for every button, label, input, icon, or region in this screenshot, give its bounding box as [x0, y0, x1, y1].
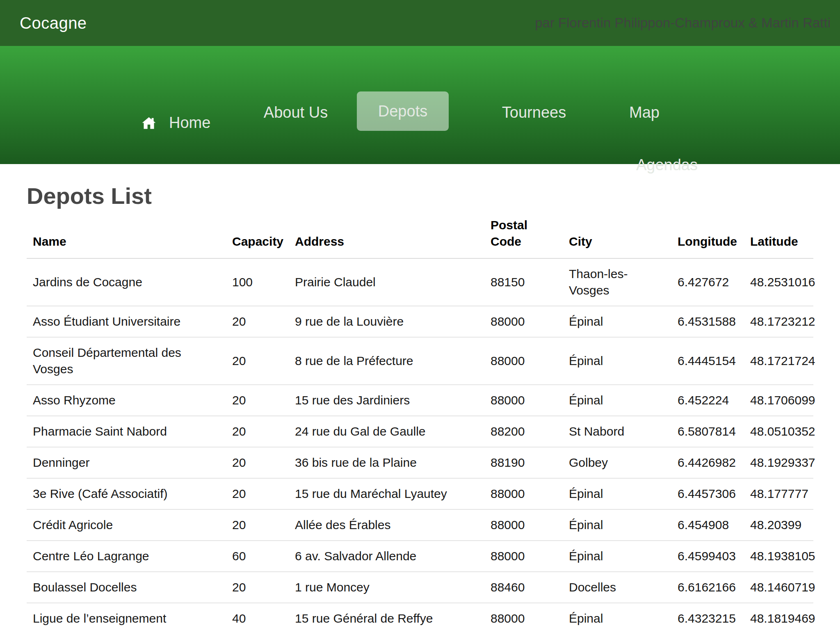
cell-longitude: 6.4445154 [671, 337, 744, 385]
cell-name: Ligue de l’enseignement [27, 603, 226, 630]
cell-latitude: 48.1819469 [744, 603, 813, 630]
cell-city: Épinal [563, 541, 671, 572]
cell-postal: 88000 [484, 337, 563, 385]
cell-capacity: 20 [226, 572, 289, 603]
cell-longitude: 6.4531588 [671, 306, 744, 337]
cell-longitude: 6.4457306 [671, 478, 744, 509]
cell-capacity: 20 [226, 337, 289, 385]
cell-city: Épinal [563, 306, 671, 337]
cell-city: Thaon-les-Vosges [563, 258, 671, 306]
nav-item-home[interactable]: Home [141, 114, 210, 132]
cell-longitude: 6.6162166 [671, 572, 744, 603]
cell-latitude: 48.20399 [744, 509, 813, 541]
cell-latitude: 48.1723212 [744, 306, 813, 337]
cell-city: Épinal [563, 603, 671, 630]
nav-item-home-label: Home [169, 114, 210, 132]
column-header-postal: Postal Code [484, 210, 563, 258]
cell-latitude: 48.1706099 [744, 385, 813, 416]
cell-address: 15 rue des Jardiniers [289, 385, 484, 416]
cell-city: Épinal [563, 478, 671, 509]
cell-name: Centre Léo Lagrange [27, 541, 226, 572]
brand: Cocagne [20, 14, 87, 32]
cell-address: 36 bis rue de la Plaine [289, 447, 484, 478]
cell-latitude: 48.1460719 [744, 572, 813, 603]
cell-postal: 88000 [484, 385, 563, 416]
page-title: Depots List [27, 182, 813, 210]
cell-longitude: 6.4426982 [671, 447, 744, 478]
cell-city: St Nabord [563, 416, 671, 447]
home-icon [141, 114, 157, 132]
cell-name: Jardins de Cocagne [27, 258, 226, 306]
cell-city: Docelles [563, 572, 671, 603]
cell-capacity: 20 [226, 416, 289, 447]
nav-item-map[interactable]: Map [629, 104, 660, 121]
cell-longitude: 6.454908 [671, 509, 744, 541]
cell-city: Golbey [563, 447, 671, 478]
cell-postal: 88000 [484, 541, 563, 572]
table-row: Pharmacie Saint Nabord2024 rue du Gal de… [27, 416, 813, 447]
cell-postal: 88200 [484, 416, 563, 447]
cell-latitude: 48.1721724 [744, 337, 813, 385]
cell-capacity: 100 [226, 258, 289, 306]
table-row: Jardins de Cocagne100Prairie Claudel8815… [27, 258, 813, 306]
cell-name: Crédit Agricole [27, 509, 226, 541]
column-header-city: City [563, 210, 671, 258]
nav-item-depots[interactable]: Depots [357, 91, 449, 131]
table-row: Centre Léo Lagrange606 av. Salvador Alle… [27, 541, 813, 572]
cell-address: 1 rue Moncey [289, 572, 484, 603]
cell-longitude: 6.4323215 [671, 603, 744, 630]
cell-name: Pharmacie Saint Nabord [27, 416, 226, 447]
cell-name: Denninger [27, 447, 226, 478]
depots-table: NameCapacityAddressPostal CodeCityLongit… [27, 210, 813, 630]
cell-address: Allée des Érables [289, 509, 484, 541]
cell-name: Boulassel Docelles [27, 572, 226, 603]
cell-name: Asso Rhyzome [27, 385, 226, 416]
cell-city: Épinal [563, 385, 671, 416]
cell-postal: 88190 [484, 447, 563, 478]
cell-latitude: 48.2531016 [744, 258, 813, 306]
main-nav: Home About Us Depots Tournees Map Agenda… [0, 46, 840, 164]
cell-postal: 88000 [484, 509, 563, 541]
cell-postal: 88460 [484, 572, 563, 603]
cell-city: Épinal [563, 509, 671, 541]
cell-postal: 88000 [484, 603, 563, 630]
cell-address: 9 rue de la Louvière [289, 306, 484, 337]
cell-latitude: 48.1929337 [744, 447, 813, 478]
cell-address: Prairie Claudel [289, 258, 484, 306]
nav-item-about-us[interactable]: About Us [264, 104, 328, 121]
nav-item-tournees[interactable]: Tournees [502, 104, 566, 121]
cell-latitude: 48.0510352 [744, 416, 813, 447]
cell-capacity: 20 [226, 447, 289, 478]
cell-capacity: 20 [226, 385, 289, 416]
column-header-longitude: Longitude [671, 210, 744, 258]
nav-item-agendas[interactable]: Agendas [636, 156, 698, 174]
cell-address: 24 rue du Gal de Gaulle [289, 416, 484, 447]
table-header-row: NameCapacityAddressPostal CodeCityLongit… [27, 210, 813, 258]
cell-postal: 88000 [484, 306, 563, 337]
app-header: Cocagne par Florentin Philippon-Champrou… [0, 0, 840, 46]
table-row: Conseil Départemental des Vosges208 rue … [27, 337, 813, 385]
attribution: par Florentin Philippon-Champroux & Mart… [535, 15, 831, 31]
table-row: Asso Rhyzome2015 rue des Jardiniers88000… [27, 385, 813, 416]
cell-capacity: 60 [226, 541, 289, 572]
table-row: Denninger2036 bis rue de la Plaine88190G… [27, 447, 813, 478]
cell-longitude: 6.4599403 [671, 541, 744, 572]
cell-name: Asso Étudiant Universitaire [27, 306, 226, 337]
cell-latitude: 48.1938105 [744, 541, 813, 572]
cell-capacity: 20 [226, 306, 289, 337]
cell-postal: 88000 [484, 478, 563, 509]
cell-name: 3e Rive (Café Associatif) [27, 478, 226, 509]
cell-capacity: 20 [226, 478, 289, 509]
cell-name: Conseil Départemental des Vosges [27, 337, 226, 385]
table-row: Asso Étudiant Universitaire209 rue de la… [27, 306, 813, 337]
column-header-capacity: Capacity [226, 210, 289, 258]
cell-postal: 88150 [484, 258, 563, 306]
cell-latitude: 48.177777 [744, 478, 813, 509]
table-row: Boulassel Docelles201 rue Moncey88460Doc… [27, 572, 813, 603]
cell-capacity: 40 [226, 603, 289, 630]
content: Depots List NameCapacityAddressPostal Co… [0, 182, 840, 630]
table-row: Ligue de l’enseignement4015 rue Général … [27, 603, 813, 630]
cell-address: 8 rue de la Préfecture [289, 337, 484, 385]
cell-address: 6 av. Salvador Allende [289, 541, 484, 572]
column-header-name: Name [27, 210, 226, 258]
